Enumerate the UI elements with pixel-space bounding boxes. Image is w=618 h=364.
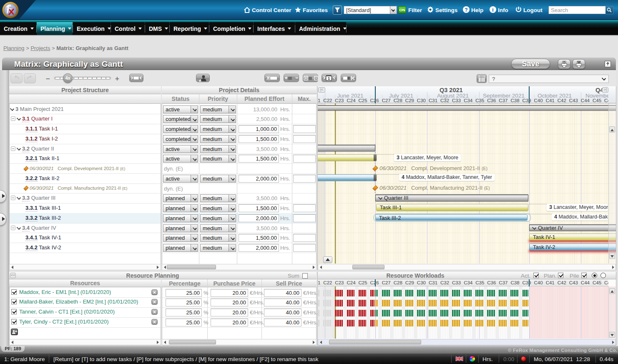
svg-text:1: 1	[328, 76, 330, 80]
svg-text:M: M	[578, 60, 580, 64]
svg-text:?: ?	[465, 7, 467, 13]
svg-text:G: G	[563, 60, 565, 64]
svg-text:i: i	[492, 7, 493, 13]
